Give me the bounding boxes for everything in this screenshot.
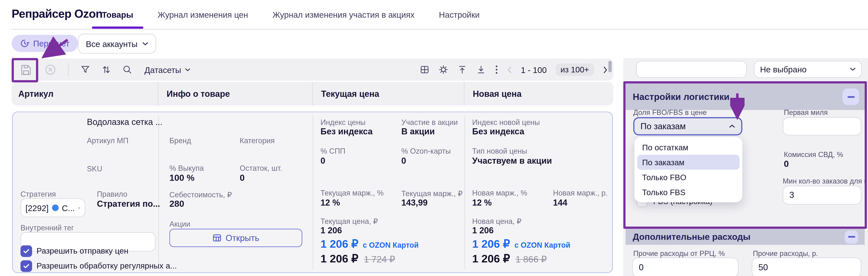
column-divider [464, 115, 465, 269]
new-margin-pct-label: Новая марж., % [472, 189, 527, 197]
new-card-price: 1 206 ₽ с OZON Картой [472, 237, 570, 250]
filter-icon[interactable] [80, 65, 90, 75]
share-label: Доля FBO/FBS в цене [633, 108, 707, 117]
option-tolko-fbo[interactable]: Только FBO [637, 170, 740, 184]
new-price-value: 1 206 [472, 226, 494, 236]
tab-promo-log[interactable]: Журнал изменения участия в акциях [260, 0, 427, 29]
sku-label: SKU [87, 165, 102, 173]
share-options-popup: По остаткам По заказам Только FBO Только… [634, 137, 742, 202]
app-window: Репрайсер Ozon Товары Журнал изменения ц… [0, 0, 868, 276]
table-grid-icon [212, 234, 221, 242]
page-total-badge[interactable]: из 100+ [556, 64, 594, 76]
promos-label: Акции [169, 220, 190, 228]
option-tolko-fbs[interactable]: Только FBS [637, 184, 740, 200]
tab-price-log[interactable]: Журнал изменения цен [146, 0, 260, 29]
first-mile-input[interactable] [783, 117, 861, 136]
clock-history-icon [20, 39, 29, 48]
minus-icon [847, 96, 855, 97]
other-rub-input[interactable]: 50 [752, 257, 861, 276]
app-title: Репрайсер Ozon [12, 7, 102, 21]
strategy-select[interactable]: [2292] С... [21, 199, 85, 217]
logistics-collapse-button[interactable] [843, 88, 859, 105]
new-index-label: Индекс новой цены [472, 118, 540, 127]
new-price-label: Новая цена, ₽ [472, 216, 521, 226]
product-title[interactable]: Водолазка сетка ... [87, 117, 162, 127]
tab-products[interactable]: Товары [90, 0, 146, 29]
page-prev-icon[interactable] [507, 66, 512, 73]
ozon-card-pct-value: 0 [401, 156, 406, 166]
current-card-price: 1 206 ₽ с OZON Картой [320, 237, 419, 250]
cancel-icon[interactable] [44, 64, 57, 76]
share-select[interactable]: По заказам [633, 117, 742, 136]
tag-label: Внутренний тег [21, 224, 74, 232]
spp-value: 0 [320, 156, 325, 166]
new-type-value: Участвуем в акции [472, 156, 552, 166]
column-divider [313, 115, 313, 269]
grid-toolbar: Датасеты 1 - 100 из 100+ [12, 59, 613, 81]
upload-icon[interactable] [457, 65, 467, 75]
datasets-select[interactable]: Датасеты [145, 65, 190, 74]
tab-settings[interactable]: Настройки [427, 0, 492, 29]
current-price-value: 1 206 [320, 226, 342, 236]
strategy-label: Стратегия [21, 190, 56, 198]
category-label: Категория [240, 137, 275, 145]
rule-label: Правило [97, 190, 127, 198]
min-orders-label: Мин кол-во заказов для процента... [783, 177, 865, 185]
minus-icon [848, 236, 855, 238]
panel-search-input[interactable] [636, 61, 747, 78]
chevron-up-icon [729, 124, 735, 128]
option-po-zakazam[interactable]: По заказам [637, 155, 740, 170]
extra-collapse-button[interactable] [845, 230, 858, 243]
check-icon [23, 248, 30, 255]
buyout-label: % Выкупа [169, 164, 204, 172]
table-row[interactable]: Водолазка сетка ... Артикул МП SKU Страт… [12, 111, 613, 273]
new-margin-rub-label: Новая марж., р. [553, 189, 608, 197]
checkbox-regular-label: Разрешить обработку регулярных а... [36, 262, 177, 270]
checkbox-send-prices[interactable] [21, 245, 32, 257]
min-orders-input[interactable]: 3 [783, 186, 861, 205]
column-header-current-price[interactable]: Текущая цена [312, 82, 464, 106]
ozon-card-pct-label: % Ozon-карты [401, 147, 451, 155]
brand-label: Бренд [169, 137, 191, 145]
page-range: 1 - 100 [521, 65, 547, 74]
table-header-row: Артикул Инфо о товаре Текущая цена Новая… [12, 82, 613, 106]
strategy-color-dot [52, 204, 59, 211]
svd-label: Комиссия СВД, % [784, 150, 843, 159]
logistics-section-header[interactable]: Настройки логистики [626, 83, 865, 110]
columns-icon[interactable] [420, 65, 430, 75]
new-type-label: Тип новой цены [472, 147, 527, 155]
scrollbar-thumb[interactable] [608, 61, 612, 72]
extra-section-header[interactable]: Дополнительные расходы [626, 229, 865, 245]
page-next-icon[interactable] [603, 66, 608, 73]
current-margin-pct-label: Текущая марж., % [320, 189, 384, 197]
current-margin-pct-value: 12 % [320, 198, 340, 208]
search-icon[interactable] [122, 65, 132, 75]
new-margin-pct-value: 12 % [472, 198, 492, 208]
column-divider [158, 115, 159, 269]
kebab-icon[interactable] [495, 65, 498, 75]
checkbox-send-prices-label: Разрешить отправку цен [36, 246, 128, 255]
sort-icon[interactable] [101, 65, 111, 75]
option-po-ostatkam[interactable]: По остаткам [637, 140, 740, 155]
column-header-info[interactable]: Инфо о товаре [158, 82, 312, 106]
current-promo-value: В акции [401, 127, 435, 137]
current-promo-label: Участие в акции [401, 118, 458, 127]
gear-icon[interactable] [438, 65, 448, 75]
panel-filter-select[interactable]: Не выбрано [754, 61, 862, 78]
open-promos-button[interactable]: Открыть [169, 229, 302, 247]
download-icon[interactable] [476, 65, 486, 75]
cost-value: 280 [169, 199, 184, 209]
current-final-price: 1 206 ₽ 1 724 ₽ [320, 252, 395, 265]
checkbox-regular[interactable] [21, 260, 32, 272]
accounts-select[interactable]: Все аккаунты [78, 34, 156, 54]
new-margin-rub-value: 144 [553, 198, 567, 208]
column-header-new-price[interactable]: Новая цена [464, 82, 613, 106]
current-index-value: Без индекса [320, 127, 373, 137]
current-margin-rub-value: 143,99 [401, 198, 428, 208]
new-index-value: Без индекса [472, 127, 524, 137]
recalc-button[interactable]: Пересчет [12, 35, 78, 52]
other-pct-input[interactable]: 0 [632, 257, 738, 276]
column-header-artikul[interactable]: Артикул [12, 82, 158, 106]
save-icon[interactable] [20, 64, 32, 76]
tab-bar: Товары Журнал изменения цен Журнал измен… [90, 0, 492, 29]
